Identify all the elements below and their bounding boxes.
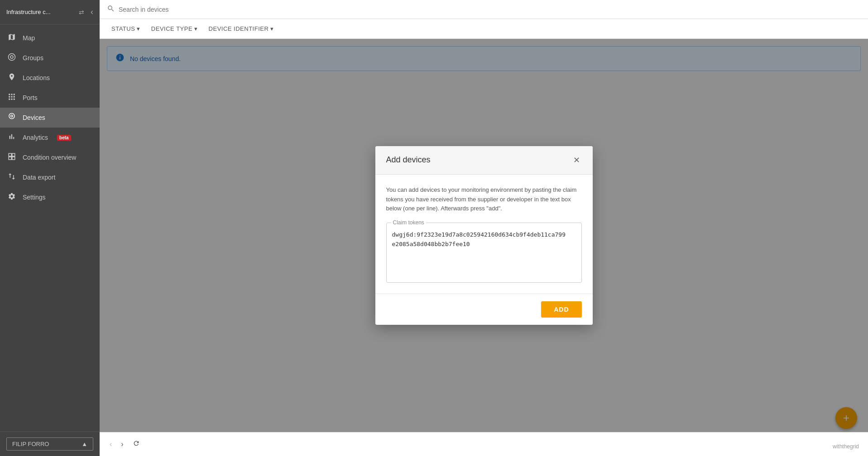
sidebar-item-groups[interactable]: Groups [0,48,100,68]
device-identifier-filter-label: DEVICE IDENTIFIER [209,25,269,32]
status-filter-button[interactable]: STATUS ▾ [107,23,145,35]
sidebar-item-settings[interactable]: Settings [0,187,100,207]
location-icon [7,73,16,83]
user-menu-button[interactable]: FILIP FORRO ▲ [6,437,93,451]
search-input[interactable] [119,6,861,13]
device-type-filter-label: DEVICE TYPE [151,25,192,32]
dialog-header: Add devices ✕ [375,146,593,175]
svg-point-1 [10,56,13,58]
device-identifier-filter-button[interactable]: DEVICE IDENTIFIER ▾ [204,23,278,35]
analytics-beta-badge: beta [57,135,71,141]
device-identifier-chevron-icon: ▾ [270,25,274,32]
export-icon [7,172,16,182]
add-button[interactable]: ADD [541,301,581,318]
user-name-label: FILIP FORRO [12,441,49,447]
sidebar-item-ports[interactable]: Ports [0,88,100,108]
modal-overlay: Add devices ✕ You can add devices to you… [100,39,868,432]
sidebar-item-analytics[interactable]: Analytics beta [0,128,100,147]
sidebar-item-map-label: Map [23,34,35,42]
claim-tokens-textarea[interactable]: dwgj6d:9f2323e19d7a8c025942160d634cb9f4d… [387,227,581,281]
search-icon [107,5,115,14]
sidebar-item-groups-label: Groups [23,54,43,62]
dialog-close-button[interactable]: ✕ [571,154,582,166]
sidebar-item-condition-label: Condition overview [23,154,76,161]
sidebar-title: Infrastructure c... [6,9,75,15]
dialog-body: You can add devices to your monitoring e… [375,175,593,294]
claim-tokens-label: Claim tokens [391,219,426,226]
prev-page-button[interactable]: ‹ [107,438,115,450]
device-type-filter-button[interactable]: DEVICE TYPE ▾ [147,23,202,35]
sidebar-item-export[interactable]: Data export [0,167,100,187]
sidebar-item-locations[interactable]: Locations [0,68,100,88]
watermark: withthegrid [833,443,859,450]
map-icon [7,33,16,43]
svg-point-0 [9,54,15,61]
sidebar-item-map[interactable]: Map [0,28,100,48]
pagination-bar: ‹ › [100,432,868,456]
content-area: No devices found. Add devices ✕ You can … [100,39,868,432]
refresh-button[interactable] [130,438,143,451]
next-page-button[interactable]: › [118,438,126,450]
close-icon: ✕ [573,156,580,165]
main-content: STATUS ▾ DEVICE TYPE ▾ DEVICE IDENTIFIER… [100,0,868,456]
sidebar: Infrastructure c... ⇄ ‹ Map Groups Locat… [0,0,100,456]
sidebar-footer: FILIP FORRO ▲ [0,432,100,456]
sidebar-item-ports-label: Ports [23,94,38,101]
device-type-chevron-icon: ▾ [194,25,198,32]
analytics-icon [7,133,16,142]
search-bar [100,0,868,19]
dialog-description: You can add devices to your monitoring e… [386,185,582,214]
condition-icon [7,152,16,162]
watermark-text: withthegrid [833,443,859,450]
arrows-icon[interactable]: ⇄ [79,9,84,16]
dialog-footer: ADD [375,294,593,325]
sidebar-item-settings-label: Settings [23,194,46,201]
sidebar-item-export-label: Data export [23,174,55,181]
sidebar-nav: Map Groups Locations Ports [0,24,100,432]
dialog-title: Add devices [386,155,431,165]
status-chevron-icon: ▾ [137,25,140,32]
sidebar-item-devices[interactable]: Devices [0,108,100,128]
sidebar-item-analytics-label: Analytics [23,134,48,141]
sidebar-header: Infrastructure c... ⇄ ‹ [0,0,100,24]
devices-icon [7,113,16,123]
claim-tokens-group: Claim tokens dwgj6d:9f2323e19d7a8c025942… [386,223,582,283]
sidebar-item-devices-label: Devices [23,114,45,121]
status-filter-label: STATUS [111,25,135,32]
chevron-up-icon: ▲ [82,441,87,447]
settings-icon [7,192,16,202]
sidebar-item-condition[interactable]: Condition overview [0,147,100,167]
filter-bar: STATUS ▾ DEVICE TYPE ▾ DEVICE IDENTIFIER… [100,19,868,39]
add-devices-dialog: Add devices ✕ You can add devices to you… [375,146,593,325]
groups-icon [7,53,16,63]
ports-icon [7,93,16,103]
back-icon[interactable]: ‹ [91,7,93,17]
sidebar-item-locations-label: Locations [23,74,50,81]
